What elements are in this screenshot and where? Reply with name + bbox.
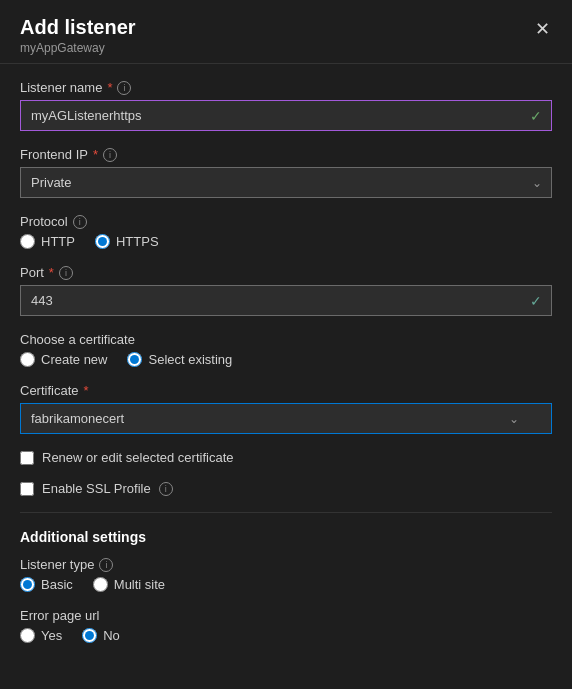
renew-cert-group: Renew or edit selected certificate bbox=[20, 450, 552, 465]
frontend-ip-info-icon[interactable]: i bbox=[103, 148, 117, 162]
certificate-label: Certificate * bbox=[20, 383, 552, 398]
required-indicator: * bbox=[84, 383, 89, 398]
port-group: Port * i 443 80 8080 ✓ bbox=[20, 265, 552, 316]
protocol-label: Protocol i bbox=[20, 214, 552, 229]
ssl-profile-info-icon[interactable]: i bbox=[159, 482, 173, 496]
select-existing-option[interactable]: Select existing bbox=[127, 352, 232, 367]
select-existing-radio[interactable] bbox=[127, 352, 142, 367]
certificate-select-box[interactable]: fabrikamonecert ⌄ bbox=[20, 403, 552, 434]
protocol-https-radio[interactable] bbox=[95, 234, 110, 249]
ssl-profile-checkbox-label[interactable]: Enable SSL Profile i bbox=[20, 481, 552, 496]
listener-name-label: Listener name * i bbox=[20, 80, 552, 95]
listener-type-info-icon[interactable]: i bbox=[99, 558, 113, 572]
section-divider bbox=[20, 512, 552, 513]
required-indicator: * bbox=[93, 147, 98, 162]
frontend-ip-label: Frontend IP * i bbox=[20, 147, 552, 162]
protocol-http-radio[interactable] bbox=[20, 234, 35, 249]
additional-settings-section: Additional settings Listener type i Basi… bbox=[20, 529, 552, 643]
port-select[interactable]: 443 80 8080 bbox=[20, 285, 552, 316]
additional-settings-title: Additional settings bbox=[20, 529, 552, 545]
certificate-group: Certificate * fabrikamonecert ⌄ bbox=[20, 383, 552, 434]
listener-type-label: Listener type i bbox=[20, 557, 552, 572]
error-page-no-radio[interactable] bbox=[82, 628, 97, 643]
port-select-wrapper: 443 80 8080 ✓ bbox=[20, 285, 552, 316]
panel-subtitle: myAppGateway bbox=[20, 41, 552, 55]
certificate-type-radio-group: Create new Select existing bbox=[20, 352, 552, 367]
listener-name-group: Listener name * i ✓ bbox=[20, 80, 552, 131]
required-indicator: * bbox=[49, 265, 54, 280]
error-page-url-radio-group: Yes No bbox=[20, 628, 552, 643]
frontend-ip-select[interactable]: Private Public bbox=[20, 167, 552, 198]
listener-type-basic-radio[interactable] bbox=[20, 577, 35, 592]
frontend-ip-select-wrapper: Private Public ⌄ bbox=[20, 167, 552, 198]
protocol-http-option[interactable]: HTTP bbox=[20, 234, 75, 249]
choose-certificate-label: Choose a certificate bbox=[20, 332, 552, 347]
listener-type-multisite-option[interactable]: Multi site bbox=[93, 577, 165, 592]
listener-type-multisite-radio[interactable] bbox=[93, 577, 108, 592]
error-page-url-label: Error page url bbox=[20, 608, 552, 623]
listener-type-basic-option[interactable]: Basic bbox=[20, 577, 73, 592]
certificate-chevron-icon: ⌄ bbox=[509, 412, 519, 426]
listener-name-wrapper: ✓ bbox=[20, 100, 552, 131]
error-page-no-option[interactable]: No bbox=[82, 628, 120, 643]
listener-type-radio-group: Basic Multi site bbox=[20, 577, 552, 592]
renew-cert-checkbox[interactable] bbox=[20, 451, 34, 465]
panel-title: Add listener bbox=[20, 16, 552, 39]
listener-name-input[interactable] bbox=[20, 100, 552, 131]
add-listener-panel: Add listener myAppGateway ✕ Listener nam… bbox=[0, 0, 572, 689]
listener-name-checkmark-icon: ✓ bbox=[530, 108, 542, 124]
certificate-select-wrapper: fabrikamonecert ⌄ bbox=[20, 403, 552, 434]
error-page-yes-radio[interactable] bbox=[20, 628, 35, 643]
create-new-option[interactable]: Create new bbox=[20, 352, 107, 367]
required-indicator: * bbox=[107, 80, 112, 95]
choose-certificate-group: Choose a certificate Create new Select e… bbox=[20, 332, 552, 367]
ssl-profile-checkbox[interactable] bbox=[20, 482, 34, 496]
error-page-yes-option[interactable]: Yes bbox=[20, 628, 62, 643]
create-new-radio[interactable] bbox=[20, 352, 35, 367]
port-info-icon[interactable]: i bbox=[59, 266, 73, 280]
panel-body: Listener name * i ✓ Frontend IP * i Priv… bbox=[0, 64, 572, 675]
protocol-group: Protocol i HTTP HTTPS bbox=[20, 214, 552, 249]
ssl-profile-group: Enable SSL Profile i bbox=[20, 481, 552, 496]
port-label: Port * i bbox=[20, 265, 552, 280]
listener-name-info-icon[interactable]: i bbox=[117, 81, 131, 95]
certificate-value: fabrikamonecert bbox=[31, 411, 124, 426]
listener-type-group: Listener type i Basic Multi site bbox=[20, 557, 552, 592]
error-page-url-group: Error page url Yes No bbox=[20, 608, 552, 643]
renew-cert-checkbox-label[interactable]: Renew or edit selected certificate bbox=[20, 450, 552, 465]
protocol-radio-group: HTTP HTTPS bbox=[20, 234, 552, 249]
protocol-https-option[interactable]: HTTPS bbox=[95, 234, 159, 249]
protocol-info-icon[interactable]: i bbox=[73, 215, 87, 229]
close-button[interactable]: ✕ bbox=[529, 16, 556, 42]
frontend-ip-group: Frontend IP * i Private Public ⌄ bbox=[20, 147, 552, 198]
panel-header: Add listener myAppGateway ✕ bbox=[0, 0, 572, 64]
